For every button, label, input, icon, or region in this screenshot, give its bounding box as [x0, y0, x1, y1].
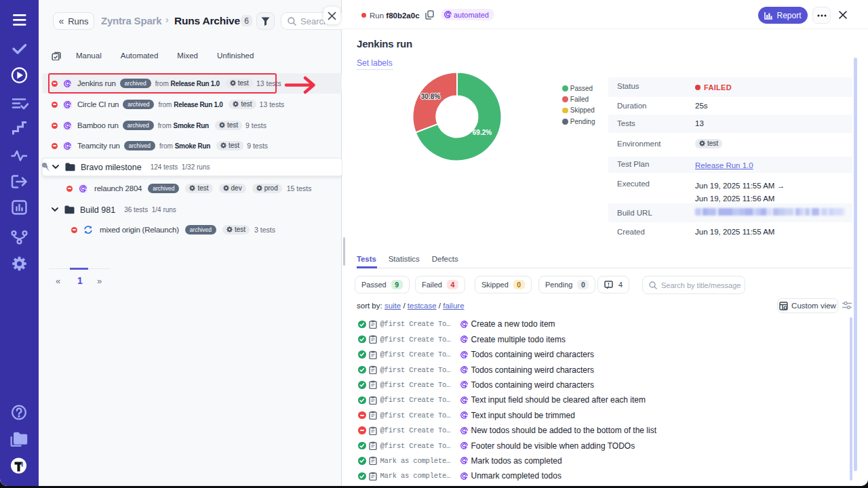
svg-text:30.8%: 30.8%: [421, 93, 440, 100]
svg-text:69.2%: 69.2%: [473, 129, 492, 136]
